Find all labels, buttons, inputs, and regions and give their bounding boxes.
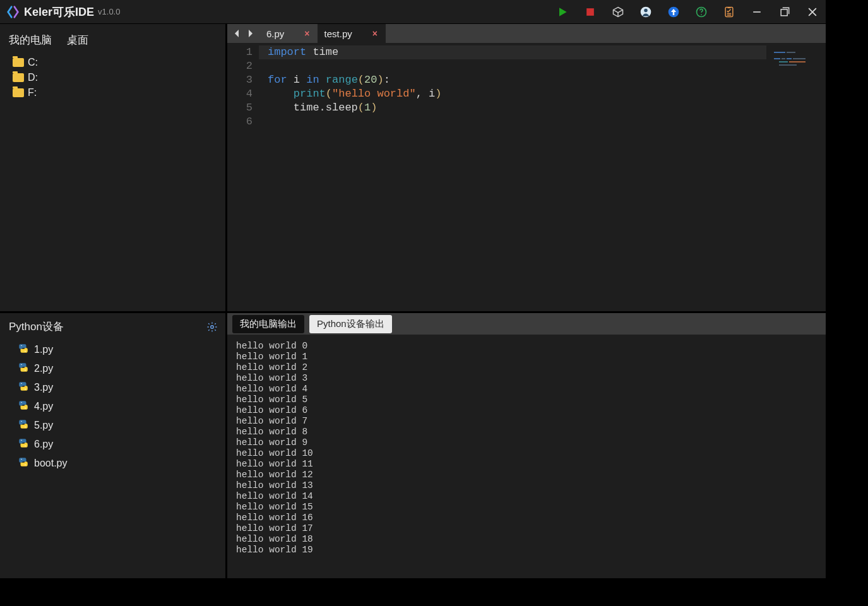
svg-point-11 (25, 351, 26, 352)
python-file-icon (18, 362, 29, 376)
svg-rect-8 (781, 9, 787, 15)
drive-label: C: (28, 57, 38, 68)
tab-prev-icon[interactable] (230, 24, 244, 43)
device-panel-header: Python设备 (0, 313, 225, 338)
python-file-icon (18, 400, 29, 413)
line-number: 1 (227, 45, 253, 59)
drive-item[interactable]: F: (11, 85, 220, 100)
device-file-item[interactable]: 5.py (16, 416, 220, 435)
account-icon[interactable] (639, 5, 653, 19)
minimap[interactable] (769, 43, 826, 68)
code-line[interactable]: print("hello world", i) (268, 87, 826, 101)
device-file-name: 1.py (34, 344, 53, 355)
device-file-name: 5.py (34, 420, 53, 431)
svg-point-12 (21, 364, 22, 365)
code-editor[interactable]: 123456 import timefor i in range(20): pr… (227, 43, 826, 311)
tab-close-icon[interactable]: × (370, 28, 380, 39)
help-icon[interactable] (694, 5, 708, 19)
python-file-icon (18, 437, 29, 451)
device-file-name: 4.py (34, 401, 53, 412)
python-file-icon (18, 419, 29, 432)
code-line[interactable]: time.sleep(1) (268, 101, 826, 115)
svg-point-21 (25, 446, 26, 447)
code-area[interactable]: import timefor i in range(20): print("he… (259, 43, 826, 311)
python-file-icon (18, 456, 29, 470)
gear-icon[interactable] (206, 321, 218, 333)
device-file-name: 2.py (34, 363, 53, 374)
device-file-name: boot.py (34, 458, 67, 469)
explorer-tab-desktop[interactable]: 桌面 (67, 33, 88, 47)
editor-tab[interactable]: test.py × (318, 24, 386, 43)
tab-label: 6.py (266, 28, 284, 39)
explorer-tabs: 我的电脑 桌面 (0, 24, 225, 52)
minimize-icon[interactable] (750, 5, 764, 19)
output-pane: 我的电脑输出 Python设备输出 hello world 0 hello wo… (227, 313, 826, 578)
tab-next-icon[interactable] (244, 24, 258, 43)
drive-label: F: (28, 87, 37, 98)
svg-point-15 (25, 389, 26, 390)
app-window: Keler可乐IDE v1.0.0 我的电脑 桌面 C: D: (0, 0, 826, 578)
close-icon[interactable] (806, 5, 819, 19)
output-tab-device[interactable]: Python设备输出 (309, 315, 392, 333)
output-console[interactable]: hello world 0 hello world 1 hello world … (227, 335, 826, 578)
device-file-name: 6.py (34, 439, 53, 450)
svg-point-2 (644, 8, 648, 12)
tab-nav (227, 24, 260, 43)
tab-label: test.py (324, 28, 352, 39)
svg-point-14 (21, 383, 22, 384)
file-explorer: 我的电脑 桌面 C: D: F: (0, 24, 227, 313)
device-file-item[interactable]: 6.py (16, 435, 220, 454)
maximize-icon[interactable] (778, 5, 792, 19)
tasks-icon[interactable] (722, 5, 736, 19)
drive-item[interactable]: D: (11, 70, 220, 85)
svg-point-19 (25, 427, 26, 428)
device-file-item[interactable]: 2.py (16, 359, 220, 378)
svg-point-22 (21, 459, 22, 460)
svg-rect-0 (586, 8, 594, 16)
output-tabstrip: 我的电脑输出 Python设备输出 (227, 313, 826, 335)
line-number: 4 (227, 87, 253, 101)
workspace: 我的电脑 桌面 C: D: F: 6.py × tes (0, 24, 826, 578)
tab-close-icon[interactable]: × (302, 28, 312, 39)
app-version: v1.0.0 (98, 7, 120, 16)
drive-item[interactable]: C: (11, 55, 220, 70)
line-gutter: 123456 (227, 43, 259, 311)
upload-icon[interactable] (667, 5, 681, 19)
code-line[interactable]: for i in range(20): (268, 73, 826, 87)
line-number: 3 (227, 73, 253, 87)
svg-rect-7 (753, 11, 761, 13)
stop-icon[interactable] (583, 5, 597, 19)
device-file-item[interactable]: 1.py (16, 340, 220, 359)
svg-point-17 (25, 408, 26, 409)
svg-point-5 (701, 14, 702, 15)
code-line[interactable] (268, 59, 826, 73)
output-tab-local[interactable]: 我的电脑输出 (232, 315, 304, 333)
editor-tab[interactable]: 6.py × (260, 24, 318, 43)
folder-icon (13, 73, 24, 82)
code-line[interactable] (268, 115, 826, 129)
titlebar: Keler可乐IDE v1.0.0 (0, 0, 826, 24)
editor-pane: 6.py × test.py × 123456 import timefor i… (227, 24, 826, 313)
device-panel-title: Python设备 (9, 319, 64, 334)
line-number: 6 (227, 115, 253, 129)
code-line[interactable]: import time (259, 45, 766, 59)
explorer-tab-mycomputer[interactable]: 我的电脑 (9, 33, 52, 47)
device-file-list: 1.py2.py3.py4.py5.py6.pyboot.py (0, 338, 225, 478)
package-icon[interactable] (611, 5, 625, 19)
svg-point-23 (25, 465, 26, 466)
device-file-item[interactable]: 4.py (16, 397, 220, 416)
device-file-item[interactable]: 3.py (16, 378, 220, 397)
folder-icon (13, 58, 24, 67)
svg-point-18 (21, 421, 22, 422)
drive-label: D: (28, 72, 38, 83)
device-panel: Python设备 1.py2.py3.py4.py5.py6.pyboot.py (0, 313, 227, 578)
app-logo-icon (6, 5, 20, 19)
python-file-icon (18, 381, 29, 395)
app-title: Keler可乐IDE (24, 4, 94, 20)
explorer-drive-list: C: D: F: (0, 52, 225, 105)
svg-point-9 (211, 325, 214, 328)
device-file-item[interactable]: boot.py (16, 454, 220, 473)
run-icon[interactable] (556, 5, 569, 19)
python-file-icon (18, 343, 29, 357)
line-number: 2 (227, 59, 253, 73)
